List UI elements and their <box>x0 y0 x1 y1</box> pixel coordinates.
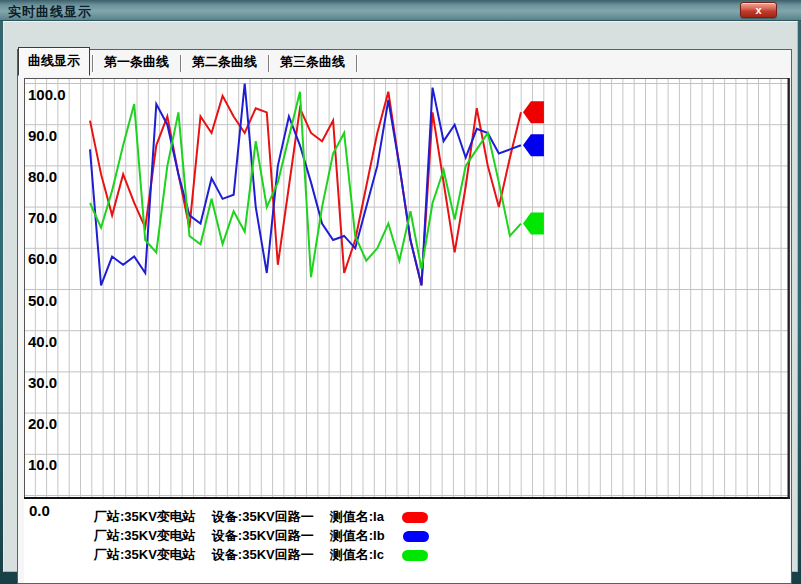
app-window: 实时曲线显示 x 曲线显示 第一条曲线 第二条曲线 第三条曲线 100.090.… <box>0 0 801 584</box>
client-area: 曲线显示 第一条曲线 第二条曲线 第三条曲线 100.090.080.070.0… <box>3 21 798 572</box>
svg-text:70.0: 70.0 <box>28 209 57 226</box>
svg-text:80.0: 80.0 <box>28 168 57 185</box>
legend-color-swatch-ib <box>403 531 429 542</box>
svg-text:100.0: 100.0 <box>28 86 66 103</box>
svg-text:30.0: 30.0 <box>28 374 57 391</box>
legend-color-swatch-ic <box>402 550 428 561</box>
plot-area: 100.090.080.070.060.050.040.030.020.010.… <box>24 78 790 499</box>
svg-text:10.0: 10.0 <box>28 456 57 473</box>
legend-color-swatch-ia <box>402 512 428 523</box>
close-button[interactable]: x <box>740 2 777 18</box>
legend-row-ia: 厂站:35KV变电站设备:35KV回路一测值名:Ia <box>94 507 429 526</box>
legend-station: 厂站:35KV变电站 <box>94 509 196 524</box>
tab-third-curve[interactable]: 第三条曲线 <box>271 49 354 76</box>
svg-text:20.0: 20.0 <box>28 415 57 432</box>
legend-device: 设备:35KV回路一 <box>212 509 314 524</box>
y-axis-zero-label: 0.0 <box>29 502 50 519</box>
legend-device: 设备:35KV回路一 <box>212 547 314 562</box>
tab-separator <box>180 55 181 72</box>
legend-device: 设备:35KV回路一 <box>212 528 314 543</box>
tab-curve-display[interactable]: 曲线显示 <box>18 47 90 76</box>
legend-row-ib: 厂站:35KV变电站设备:35KV回路一测值名:Ib <box>94 526 429 545</box>
legend-area: 0.0 厂站:35KV变电站设备:35KV回路一测值名:Ia 厂站:35KV变电… <box>24 499 790 583</box>
svg-text:40.0: 40.0 <box>28 333 57 350</box>
titlebar[interactable]: 实时曲线显示 x <box>0 0 801 21</box>
svg-text:60.0: 60.0 <box>28 250 57 267</box>
legend-row-ic: 厂站:35KV变电站设备:35KV回路一测值名:Ic <box>94 545 429 564</box>
tab-second-curve[interactable]: 第二条曲线 <box>183 49 266 76</box>
tab-bar: 曲线显示 第一条曲线 第二条曲线 第三条曲线 <box>18 51 359 76</box>
svg-text:90.0: 90.0 <box>28 127 57 144</box>
tab-separator <box>268 55 269 72</box>
legend-measure: 测值名:Ia <box>330 509 384 524</box>
legend-station: 厂站:35KV变电站 <box>94 528 196 543</box>
window-title: 实时曲线显示 <box>8 3 92 21</box>
legend-measure: 测值名:Ib <box>330 528 385 543</box>
svg-text:50.0: 50.0 <box>28 292 57 309</box>
tab-first-curve[interactable]: 第一条曲线 <box>95 49 178 76</box>
realtime-curve-chart: 100.090.080.070.060.050.040.030.020.010.… <box>24 78 790 499</box>
tab-separator <box>356 55 357 72</box>
tab-separator <box>92 55 93 72</box>
legend-measure: 测值名:Ic <box>330 547 384 562</box>
legend-station: 厂站:35KV变电站 <box>94 547 196 562</box>
close-icon: x <box>755 4 761 16</box>
legend-rows: 厂站:35KV变电站设备:35KV回路一测值名:Ia 厂站:35KV变电站设备:… <box>94 507 429 564</box>
